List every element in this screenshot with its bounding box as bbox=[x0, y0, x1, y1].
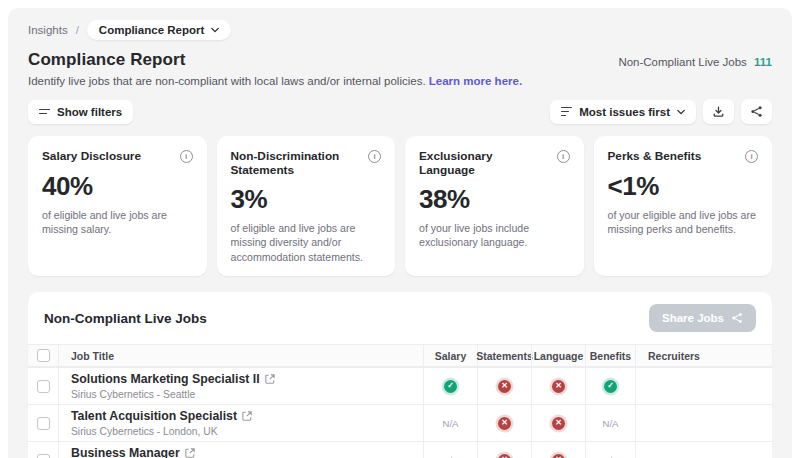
check-icon: ✓ bbox=[444, 380, 457, 393]
job-company-location: Sirius Cybernetics - London, UK bbox=[71, 426, 218, 437]
share-jobs-label: Share Jobs bbox=[662, 312, 724, 324]
share-icon bbox=[750, 105, 763, 118]
counter-value: 111 bbox=[754, 56, 772, 68]
report-selector[interactable]: Compliance Report bbox=[87, 20, 231, 40]
statements-status: ✓✕N/A bbox=[477, 442, 531, 458]
job-title-cell: Business Manager Sirius Cybernetics - St… bbox=[58, 442, 423, 458]
col-recruiters: Recruiters bbox=[635, 345, 772, 366]
recruiters-cell bbox=[635, 442, 772, 458]
info-icon[interactable]: i bbox=[557, 150, 570, 163]
col-job-title: Job Title bbox=[58, 345, 423, 366]
share-icon bbox=[731, 312, 743, 324]
card-title: Perks & Benefits bbox=[608, 150, 702, 164]
recruiters-cell bbox=[635, 405, 772, 441]
counter-label: Non-Compliant Live Jobs bbox=[618, 56, 746, 68]
salary-status: ✓✕N/A bbox=[423, 442, 477, 458]
breadcrumb-separator: / bbox=[76, 24, 79, 36]
breadcrumb-insights[interactable]: Insights bbox=[28, 24, 68, 36]
x-icon: ✕ bbox=[498, 380, 511, 393]
info-icon[interactable]: i bbox=[745, 150, 758, 163]
language-status: ✓✕N/A bbox=[531, 368, 585, 404]
recruiters-cell bbox=[635, 368, 772, 404]
x-icon: ✕ bbox=[498, 454, 511, 458]
col-benefits: Benefits bbox=[585, 345, 635, 366]
card-title: Non-Discrimination Statements bbox=[231, 150, 363, 177]
card-value: 40% bbox=[42, 171, 193, 202]
select-all-cell bbox=[28, 345, 58, 366]
benefits-status: ✓✕N/A bbox=[585, 442, 635, 458]
stat-card-non-discrimination: Non-Discrimination Statements i 3% of el… bbox=[217, 136, 396, 276]
filter-icon bbox=[39, 109, 50, 115]
job-title-link[interactable]: Talent Acquisition Specialist bbox=[71, 410, 237, 424]
chevron-down-icon bbox=[211, 26, 219, 34]
external-link-icon[interactable] bbox=[265, 374, 275, 384]
subtitle-text: Identify live jobs that are non-complian… bbox=[28, 75, 426, 87]
external-link-icon[interactable] bbox=[242, 411, 252, 421]
show-filters-button[interactable]: Show filters bbox=[28, 100, 133, 124]
sort-dropdown[interactable]: Most issues first bbox=[550, 100, 696, 124]
card-description: of your live jobs include exclusionary l… bbox=[419, 221, 570, 250]
table-row[interactable]: Business Manager Sirius Cybernetics - St… bbox=[28, 441, 772, 458]
row-checkbox[interactable] bbox=[37, 380, 50, 393]
table-row[interactable]: Solutions Marketing Specialist II Sirius… bbox=[28, 367, 772, 404]
table-row[interactable]: Talent Acquisition Specialist Sirius Cyb… bbox=[28, 404, 772, 441]
share-jobs-button[interactable]: Share Jobs bbox=[649, 304, 756, 332]
panel-title: Non-Compliant Live Jobs bbox=[44, 311, 207, 326]
share-button[interactable] bbox=[741, 99, 772, 124]
job-title-link[interactable]: Business Manager bbox=[71, 447, 180, 458]
card-value: 3% bbox=[231, 184, 382, 215]
language-status: ✓✕N/A bbox=[531, 442, 585, 458]
non-compliant-jobs-panel: Non-Compliant Live Jobs Share Jobs Job T… bbox=[28, 292, 772, 458]
chevron-down-icon bbox=[677, 108, 685, 116]
breadcrumb: Insights / Compliance Report bbox=[28, 18, 772, 42]
x-icon: ✕ bbox=[552, 417, 565, 430]
sort-label: Most issues first bbox=[579, 106, 670, 118]
check-icon: ✓ bbox=[604, 380, 617, 393]
card-title: Exclusionary Language bbox=[419, 150, 551, 177]
job-title-link[interactable]: Solutions Marketing Specialist II bbox=[71, 373, 260, 387]
stat-card-salary-disclosure: Salary Disclosure i 40% of eligible and … bbox=[28, 136, 207, 276]
show-filters-label: Show filters bbox=[57, 106, 122, 118]
statements-status: ✓✕N/A bbox=[477, 405, 531, 441]
checkbox-cell bbox=[28, 405, 58, 441]
external-link-icon[interactable] bbox=[185, 448, 195, 458]
x-icon: ✕ bbox=[552, 454, 565, 458]
learn-more-link[interactable]: Learn more here. bbox=[429, 75, 522, 87]
benefits-status: ✓✕N/A bbox=[585, 368, 635, 404]
col-language: Language bbox=[531, 345, 585, 366]
na-label: N/A bbox=[603, 455, 619, 458]
checkbox-cell bbox=[28, 368, 58, 404]
select-all-checkbox[interactable] bbox=[37, 349, 50, 362]
download-icon bbox=[712, 105, 725, 118]
row-checkbox[interactable] bbox=[37, 417, 50, 430]
stat-card-exclusionary-language: Exclusionary Language i 38% of your live… bbox=[405, 136, 584, 276]
page-subtitle: Identify live jobs that are non-complian… bbox=[28, 75, 772, 87]
info-icon[interactable]: i bbox=[368, 150, 381, 163]
card-value: 38% bbox=[419, 184, 570, 215]
table-header-row: Job Title Salary Statements Language Ben… bbox=[28, 344, 772, 367]
download-button[interactable] bbox=[703, 99, 734, 124]
na-label: N/A bbox=[443, 455, 459, 458]
col-statements: Statements bbox=[477, 345, 531, 366]
card-title: Salary Disclosure bbox=[42, 150, 141, 164]
na-label: N/A bbox=[443, 418, 459, 429]
x-icon: ✕ bbox=[498, 417, 511, 430]
statements-status: ✓✕N/A bbox=[477, 368, 531, 404]
job-title-cell: Solutions Marketing Specialist II Sirius… bbox=[58, 368, 423, 404]
benefits-status: ✓✕N/A bbox=[585, 405, 635, 441]
card-value: <1% bbox=[608, 171, 759, 202]
col-salary: Salary bbox=[423, 345, 477, 366]
row-checkbox[interactable] bbox=[37, 454, 50, 458]
report-selector-label: Compliance Report bbox=[99, 24, 204, 36]
language-status: ✓✕N/A bbox=[531, 405, 585, 441]
card-description: of eligible and live jobs are missing sa… bbox=[42, 208, 193, 237]
card-description: of eligible and live jobs are missing di… bbox=[231, 221, 382, 264]
x-icon: ✕ bbox=[552, 380, 565, 393]
app-frame: Insights / Compliance Report Compliance … bbox=[8, 8, 792, 458]
job-title-cell: Talent Acquisition Specialist Sirius Cyb… bbox=[58, 405, 423, 441]
card-description: of your eligible and live jobs are missi… bbox=[608, 208, 759, 237]
na-label: N/A bbox=[603, 418, 619, 429]
non-compliant-counter: Non-Compliant Live Jobs 111 bbox=[618, 56, 772, 70]
salary-status: ✓✕N/A bbox=[423, 368, 477, 404]
info-icon[interactable]: i bbox=[180, 150, 193, 163]
